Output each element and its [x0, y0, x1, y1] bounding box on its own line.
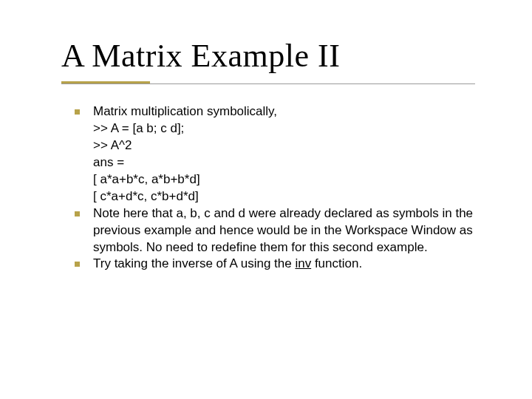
inv-function-name: inv — [295, 256, 311, 270]
code-line: >> A^2 — [61, 137, 486, 154]
bullet-text: Try taking the inverse of A using the in… — [93, 256, 486, 273]
slide-title: A Matrix Example II — [61, 37, 340, 75]
bullet-text-before: Try taking the inverse of A using the — [93, 256, 295, 270]
bullet-item: Try taking the inverse of A using the in… — [61, 256, 486, 273]
bullet-item: Matrix multiplication symbolically, — [61, 103, 486, 120]
bullet-text: Matrix multiplication symbolically, — [93, 103, 486, 120]
slide-body: Matrix multiplication symbolically, >> A… — [61, 103, 486, 273]
bullet-square-icon — [75, 211, 80, 216]
bullet-square-icon — [75, 109, 80, 115]
code-line: >> A = [a b; c d]; — [61, 120, 486, 137]
bullet-text-after: function. — [311, 256, 362, 270]
title-divider — [61, 83, 475, 84]
slide: A Matrix Example II Matrix multiplicatio… — [0, 0, 532, 399]
code-line: ans = — [61, 154, 486, 171]
code-line: [ c*a+d*c, c*b+d*d] — [61, 188, 486, 205]
bullet-text: Note here that a, b, c and d were alread… — [93, 205, 486, 256]
code-line: [ a*a+b*c, a*b+b*d] — [61, 171, 486, 188]
bullet-square-icon — [75, 262, 80, 267]
bullet-item: Note here that a, b, c and d were alread… — [61, 205, 486, 256]
